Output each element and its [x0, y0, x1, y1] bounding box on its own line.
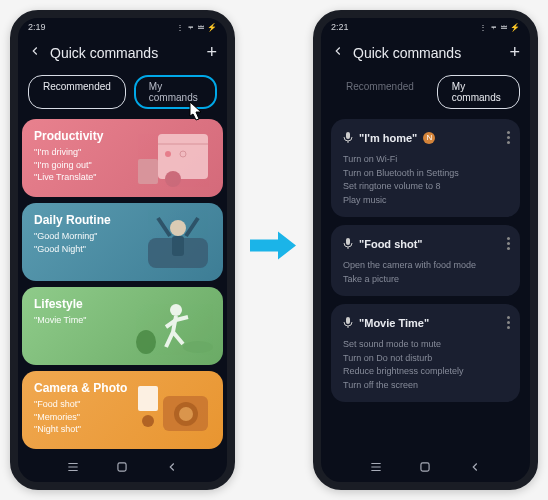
- command-food-shot[interactable]: "Food shot" Open the camera with food mo…: [331, 225, 520, 296]
- command-action: Turn off the screen: [343, 379, 508, 393]
- statusbar: 2:21 ⋮ ⫧ ⩸ ⚡: [321, 18, 530, 36]
- add-icon[interactable]: +: [509, 42, 520, 63]
- mic-icon: [343, 129, 353, 147]
- command-action: Turn on Do not disturb: [343, 352, 508, 366]
- camera-icon: [128, 376, 218, 444]
- svg-point-14: [179, 407, 193, 421]
- command-action: Take a picture: [343, 273, 508, 287]
- nav-home-icon[interactable]: [418, 460, 432, 478]
- nav-back-icon[interactable]: [165, 460, 179, 478]
- nav-back-icon[interactable]: [468, 460, 482, 478]
- command-title: "Movie Time": [359, 317, 429, 329]
- status-icons: ⋮ ⫧ ⩸ ⚡: [176, 23, 217, 32]
- tab-recommended[interactable]: Recommended: [28, 75, 126, 109]
- mic-icon: [343, 235, 353, 253]
- command-action: Turn on Wi-Fi: [343, 153, 508, 167]
- more-icon[interactable]: [507, 237, 510, 250]
- more-icon[interactable]: [507, 316, 510, 329]
- nav-home-icon[interactable]: [115, 460, 129, 478]
- content-my-commands: "I'm home" N Turn on Wi-Fi Turn on Bluet…: [321, 119, 530, 456]
- statusbar: 2:19 ⋮ ⫧ ⩸ ⚡: [18, 18, 227, 36]
- nav-recent-icon[interactable]: [66, 460, 80, 478]
- nav-recent-icon[interactable]: [369, 460, 383, 478]
- header: Quick commands +: [321, 36, 530, 69]
- command-action: Open the camera with food mode: [343, 259, 508, 273]
- command-title: "Food shot": [359, 238, 423, 250]
- svg-rect-15: [138, 386, 158, 411]
- command-action: Set sound mode to mute: [343, 338, 508, 352]
- card-camera-photo[interactable]: Camera & Photo "Food shot" "Memories" "N…: [22, 371, 223, 449]
- content-recommended: Productivity "I'm driving" "I'm going ou…: [18, 119, 227, 456]
- add-icon[interactable]: +: [206, 42, 217, 63]
- svg-rect-4: [138, 159, 158, 184]
- svg-point-11: [136, 330, 156, 354]
- card-productivity[interactable]: Productivity "I'm driving" "I'm going ou…: [22, 119, 223, 197]
- status-time: 2:19: [28, 22, 46, 32]
- tab-my-commands[interactable]: My commands: [437, 75, 520, 109]
- runner-icon: [128, 292, 218, 360]
- svg-point-7: [170, 220, 186, 236]
- status-time: 2:21: [331, 22, 349, 32]
- svg-rect-17: [118, 463, 126, 471]
- svg-point-16: [142, 415, 154, 427]
- tabs: Recommended My commands: [18, 69, 227, 119]
- command-movie-time[interactable]: "Movie Time" Set sound mode to mute Turn…: [331, 304, 520, 402]
- command-action: Reduce brightness completely: [343, 365, 508, 379]
- calendar-icon: [128, 124, 218, 192]
- tab-recommended[interactable]: Recommended: [331, 75, 429, 109]
- nav-bar: [18, 456, 227, 482]
- svg-rect-18: [346, 132, 350, 139]
- svg-rect-24: [421, 463, 429, 471]
- command-im-home[interactable]: "I'm home" N Turn on Wi-Fi Turn on Bluet…: [331, 119, 520, 217]
- command-action: Play music: [343, 194, 508, 208]
- svg-point-9: [183, 341, 213, 353]
- svg-rect-20: [346, 238, 350, 245]
- new-badge: N: [423, 132, 435, 144]
- command-action: Turn on Bluetooth in Settings: [343, 167, 508, 181]
- back-icon[interactable]: [28, 44, 42, 62]
- page-title: Quick commands: [50, 45, 198, 61]
- card-daily-routine[interactable]: Daily Routine "Good Morning" "Good Night…: [22, 203, 223, 281]
- svg-point-10: [170, 304, 182, 316]
- svg-point-2: [165, 151, 171, 157]
- nav-bar: [321, 456, 530, 482]
- header: Quick commands +: [18, 36, 227, 69]
- tabs: Recommended My commands: [321, 69, 530, 119]
- svg-rect-22: [346, 317, 350, 324]
- status-icons: ⋮ ⫧ ⩸ ⚡: [479, 23, 520, 32]
- phone-right: 2:21 ⋮ ⫧ ⩸ ⚡ Quick commands + Recommende…: [313, 10, 538, 490]
- command-title: "I'm home": [359, 132, 417, 144]
- more-icon[interactable]: [507, 131, 510, 144]
- back-icon[interactable]: [331, 44, 345, 62]
- person-stretch-icon: [128, 208, 218, 276]
- arrow-icon: [248, 228, 298, 273]
- page-title: Quick commands: [353, 45, 501, 61]
- svg-point-3: [180, 151, 186, 157]
- phone-left: 2:19 ⋮ ⫧ ⩸ ⚡ Quick commands + Recommende…: [10, 10, 235, 490]
- card-lifestyle[interactable]: Lifestyle "Movie Time": [22, 287, 223, 365]
- mic-icon: [343, 314, 353, 332]
- tab-my-commands[interactable]: My commands: [134, 75, 217, 109]
- command-action: Set ringtone volume to 8: [343, 180, 508, 194]
- svg-rect-8: [172, 236, 184, 256]
- svg-point-5: [165, 171, 181, 187]
